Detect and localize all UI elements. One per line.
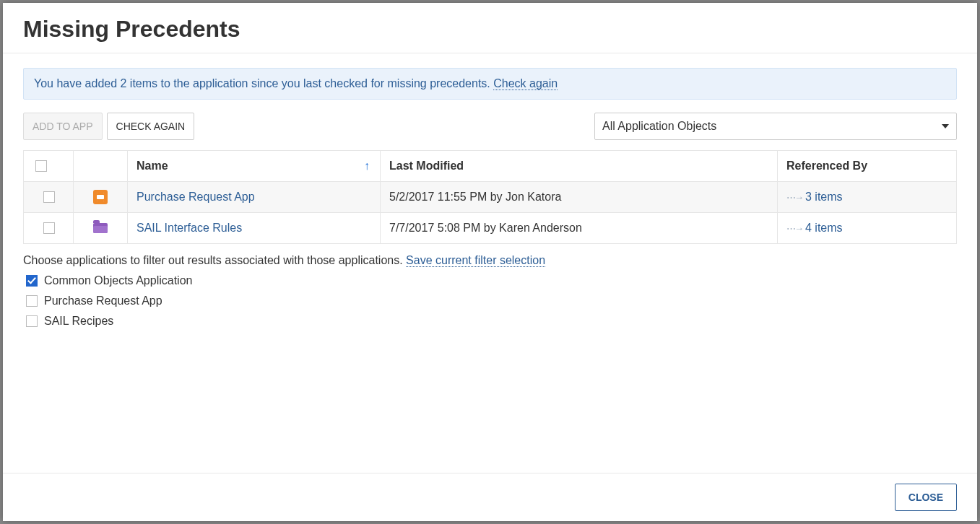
object-type-select[interactable]: All Application Objects: [594, 113, 957, 140]
header-last-modified[interactable]: Last Modified: [381, 151, 778, 182]
info-banner-check-again-link[interactable]: Check again: [493, 77, 558, 90]
header-referenced-by[interactable]: Referenced By: [778, 151, 957, 182]
row-checkbox[interactable]: [43, 191, 55, 203]
filter-checkbox[interactable]: [26, 275, 38, 287]
reference-arrow-icon: ⋯→: [786, 223, 802, 234]
filter-checkbox[interactable]: [26, 295, 38, 307]
table-row: SAIL Interface Rules7/7/2017 5:08 PM by …: [24, 213, 957, 244]
select-all-checkbox[interactable]: [35, 160, 47, 172]
row-last-modified: 5/2/2017 11:55 PM by Jon Katora: [381, 182, 778, 213]
filter-item: Purchase Request App: [23, 293, 957, 309]
row-name-link[interactable]: SAIL Interface Rules: [136, 222, 242, 234]
reference-arrow-icon: ⋯→: [786, 192, 802, 203]
table-row: Purchase Request App5/2/2017 11:55 PM by…: [24, 182, 957, 213]
filter-label: SAIL Recipes: [44, 315, 113, 328]
info-banner-text: You have added 2 items to the applicatio…: [34, 77, 493, 89]
check-again-button[interactable]: CHECK AGAIN: [107, 113, 195, 140]
row-name-link[interactable]: Purchase Request App: [136, 191, 255, 203]
dialog-footer: CLOSE: [3, 473, 977, 521]
object-type-select-value: All Application Objects: [602, 120, 716, 133]
row-checkbox[interactable]: [43, 222, 55, 234]
missing-precedents-dialog: Missing Precedents You have added 2 item…: [3, 3, 977, 521]
sort-ascending-icon: ↑: [364, 160, 370, 173]
header-name[interactable]: Name ↑: [128, 151, 381, 182]
close-button[interactable]: CLOSE: [895, 484, 957, 511]
filter-list: Common Objects ApplicationPurchase Reque…: [23, 273, 957, 329]
filter-intro: Choose applications to filter out result…: [23, 254, 957, 267]
row-referenced-by-link[interactable]: 4 items: [805, 222, 843, 234]
filter-checkbox[interactable]: [26, 315, 38, 327]
row-last-modified: 7/7/2017 5:08 PM by Karen Anderson: [381, 213, 778, 244]
add-to-app-button: ADD TO APP: [23, 113, 103, 140]
filter-item: Common Objects Application: [23, 273, 957, 289]
header-select-all: [24, 151, 74, 182]
dialog-title: Missing Precedents: [23, 16, 957, 43]
app-icon: [93, 190, 108, 204]
toolbar: ADD TO APP CHECK AGAIN All Application O…: [23, 113, 957, 140]
save-filter-link[interactable]: Save current filter selection: [406, 254, 545, 267]
header-icon: [74, 151, 128, 182]
dialog-header: Missing Precedents: [3, 3, 977, 53]
row-referenced-by-link[interactable]: 3 items: [805, 191, 843, 203]
caret-down-icon: [942, 124, 949, 128]
info-banner: You have added 2 items to the applicatio…: [23, 68, 957, 100]
filter-label: Purchase Request App: [44, 294, 162, 307]
filter-item: SAIL Recipes: [23, 313, 957, 329]
filter-label: Common Objects Application: [44, 274, 192, 287]
folder-icon: [93, 223, 108, 233]
dialog-body: You have added 2 items to the applicatio…: [3, 53, 977, 473]
precedents-table: Name ↑ Last Modified Referenced By Purch…: [23, 150, 957, 244]
